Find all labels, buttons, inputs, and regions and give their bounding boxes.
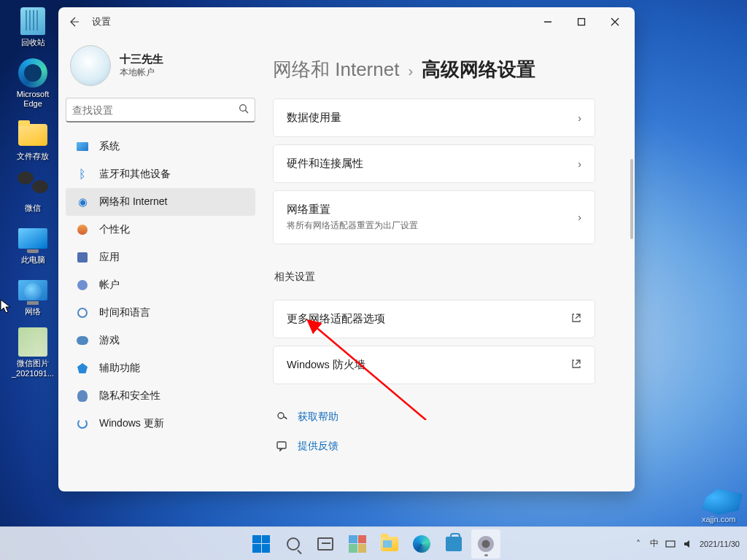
wechat-icon xyxy=(18,171,48,202)
taskbar-settings[interactable] xyxy=(471,529,500,559)
chevron-right-icon: › xyxy=(578,211,581,223)
task-view[interactable] xyxy=(311,529,340,559)
sidebar-item-gaming[interactable]: 游戏 xyxy=(66,327,255,354)
breadcrumb-parent[interactable]: 网络和 Internet xyxy=(273,57,399,82)
apps-icon xyxy=(77,252,88,262)
sidebar-item-label: 隐私和安全性 xyxy=(99,389,160,402)
card-windows-firewall[interactable]: Windows 防火墙 xyxy=(273,346,595,384)
tray-network-icon[interactable] xyxy=(665,538,676,550)
sidebar-item-bluetooth[interactable]: ᛒ蓝牙和其他设备 xyxy=(66,160,255,188)
search-icon xyxy=(239,104,249,116)
svg-rect-4 xyxy=(666,541,675,547)
taskbar: ˄ 中 2021/11/30 xyxy=(0,526,747,560)
network-icon xyxy=(18,280,47,300)
taskbar-search[interactable] xyxy=(279,529,308,559)
card-more-adapter-options[interactable]: 更多网络适配器选项 xyxy=(273,300,595,338)
taskbar-explorer[interactable] xyxy=(375,529,404,559)
desktop-icon-label: 微信 xyxy=(7,203,58,213)
sidebar-item-label: 时间和语言 xyxy=(99,306,150,319)
this-pc-icon xyxy=(18,228,47,249)
taskbar-store[interactable] xyxy=(439,529,468,559)
taskbar-edge[interactable] xyxy=(407,529,436,559)
page-title: 高级网络设置 xyxy=(422,57,535,82)
link-label: 提供反馈 xyxy=(298,440,338,453)
recycle-bin-icon xyxy=(20,7,45,35)
card-hardware-properties[interactable]: 硬件和连接属性 › xyxy=(273,144,595,183)
window-title: 设置 xyxy=(92,16,111,28)
widgets-icon xyxy=(349,535,366,553)
sidebar-item-system[interactable]: 系统 xyxy=(66,133,255,160)
card-subtitle: 将所有网络适配器重置为出厂设置 xyxy=(287,219,418,232)
brush-icon xyxy=(77,225,88,235)
tray-volume-icon[interactable] xyxy=(682,538,694,550)
window-controls xyxy=(531,10,632,34)
ime-indicator[interactable]: 中 xyxy=(650,537,659,550)
desktop-recycle-bin[interactable]: 回收站 xyxy=(7,6,58,47)
desktop-this-pc[interactable]: 此电脑 xyxy=(7,223,58,265)
settings-sidebar: 十三先生 本地帐户 系统 ᛒ蓝牙和其他设备 ◉网络和 Internet 个性化 … xyxy=(58,36,263,491)
edge-icon xyxy=(18,58,47,88)
sidebar-item-label: 应用 xyxy=(99,251,120,264)
widgets[interactable] xyxy=(343,529,372,559)
sidebar-item-network[interactable]: ◉网络和 Internet xyxy=(66,188,255,216)
search-input[interactable] xyxy=(72,104,239,116)
desktop-network[interactable]: 网络 xyxy=(7,275,58,316)
close-button[interactable] xyxy=(598,10,632,34)
scrollbar[interactable] xyxy=(630,159,633,239)
svg-rect-0 xyxy=(578,19,585,26)
user-account-type: 本地帐户 xyxy=(120,66,163,79)
sidebar-item-accessibility[interactable]: 辅助功能 xyxy=(66,354,255,382)
desktop-icon-label: 回收站 xyxy=(7,38,58,47)
desktop-image-file[interactable]: 微信图片_2021091... xyxy=(7,327,58,378)
sidebar-item-apps[interactable]: 应用 xyxy=(66,244,255,271)
link-label: 获取帮助 xyxy=(298,411,338,424)
sidebar-item-privacy[interactable]: 隐私和安全性 xyxy=(66,382,255,410)
card-title: 网络重置 xyxy=(287,203,418,217)
sidebar-item-label: 蓝牙和其他设备 xyxy=(99,168,171,181)
external-link-icon xyxy=(571,313,581,325)
tray-chevron-up-icon[interactable]: ˄ xyxy=(632,538,644,550)
back-button[interactable] xyxy=(64,12,85,32)
task-view-icon xyxy=(317,537,333,551)
file-explorer-icon xyxy=(381,537,398,551)
gear-icon xyxy=(478,536,494,552)
desktop-folder[interactable]: 文件存放 xyxy=(7,120,58,161)
desktop-icon-label: 网络 xyxy=(7,307,58,316)
card-data-usage[interactable]: 数据使用量 › xyxy=(273,98,595,137)
desktop-edge[interactable]: Microsoft Edge xyxy=(7,58,58,109)
avatar xyxy=(70,45,111,86)
maximize-button[interactable] xyxy=(565,10,598,34)
sidebar-item-label: 系统 xyxy=(99,140,120,153)
edge-icon xyxy=(413,535,430,553)
desktop-wechat[interactable]: 微信 xyxy=(7,171,58,213)
chevron-right-icon: › xyxy=(578,112,581,124)
sidebar-item-time-language[interactable]: 时间和语言 xyxy=(66,299,255,327)
accessibility-icon xyxy=(77,363,88,373)
settings-window: 设置 十三先生 本地帐户 系统 ᛒ蓝牙和其他设备 ◉网络和 Int xyxy=(58,7,635,491)
give-feedback-link[interactable]: 提供反馈 xyxy=(273,435,595,457)
user-account-header[interactable]: 十三先生 本地帐户 xyxy=(66,41,255,93)
sidebar-item-accounts[interactable]: 帐户 xyxy=(66,271,255,299)
card-network-reset[interactable]: 网络重置 将所有网络适配器重置为出厂设置 › xyxy=(273,190,595,244)
sidebar-item-windows-update[interactable]: Windows 更新 xyxy=(66,410,255,438)
sidebar-item-personalization[interactable]: 个性化 xyxy=(66,216,255,244)
system-tray: ˄ 中 2021/11/30 xyxy=(632,537,740,550)
desktop-icon-label: Microsoft Edge xyxy=(7,90,58,109)
microsoft-store-icon xyxy=(446,537,462,551)
bluetooth-icon: ᛒ xyxy=(79,168,86,181)
svg-point-1 xyxy=(240,105,247,112)
minimize-button[interactable] xyxy=(531,10,565,34)
get-help-link[interactable]: 获取帮助 xyxy=(273,406,595,428)
desktop-icon-label: 文件存放 xyxy=(7,152,58,161)
update-icon xyxy=(77,419,88,429)
windows-logo-icon xyxy=(252,535,270,553)
search-icon xyxy=(287,537,300,551)
card-title: Windows 防火墙 xyxy=(287,358,365,372)
start-button[interactable] xyxy=(247,529,276,559)
sidebar-item-label: Windows 更新 xyxy=(99,417,164,430)
help-icon xyxy=(276,411,289,424)
image-thumbnail-icon xyxy=(18,327,47,357)
sidebar-item-label: 帐户 xyxy=(99,279,120,292)
search-settings[interactable] xyxy=(66,98,255,122)
tray-clock[interactable]: 2021/11/30 xyxy=(700,540,740,548)
